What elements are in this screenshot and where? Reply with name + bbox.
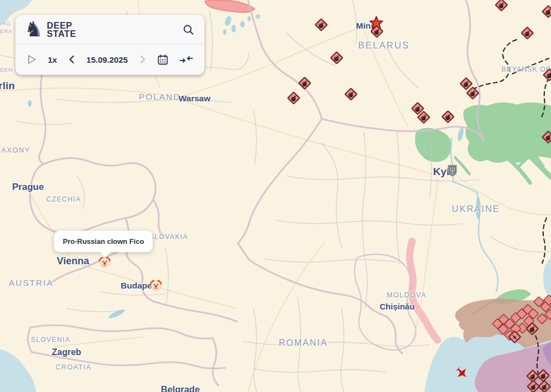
bomb-icon xyxy=(498,2,505,8)
bomb-icon xyxy=(348,91,354,97)
clown-marker[interactable] xyxy=(99,256,111,269)
bomb-icon xyxy=(318,21,325,28)
kyiv-trident-marker[interactable] xyxy=(447,165,458,177)
clown-marker[interactable] xyxy=(150,279,163,292)
bomb-icon xyxy=(529,325,536,332)
play-icon xyxy=(27,54,37,65)
collapse-arrows-icon xyxy=(180,55,193,64)
bomb-icon xyxy=(420,114,427,121)
chevron-left-icon xyxy=(68,55,75,64)
clown-icon xyxy=(99,256,111,269)
soviet-star-icon xyxy=(369,16,384,31)
timeline-controls: 1x 15.09.2025 xyxy=(15,43,204,75)
bomb-icon xyxy=(530,383,537,390)
bomb-icon xyxy=(463,80,469,87)
clown-icon xyxy=(150,279,163,292)
prev-day-button[interactable] xyxy=(68,55,75,64)
victory-star-marker[interactable] xyxy=(369,16,384,31)
brand-row: ♞ DEEP STATE xyxy=(15,15,204,43)
search-button[interactable] xyxy=(182,24,195,36)
playback-speed[interactable]: 1x xyxy=(48,56,57,64)
bomb-icon xyxy=(545,8,551,15)
bomb-icon xyxy=(524,30,531,36)
play-button[interactable] xyxy=(27,54,37,65)
brand-title: DEEP STATE xyxy=(47,21,76,38)
downed-plane-marker[interactable] xyxy=(453,364,470,381)
no-aviation-icon xyxy=(511,334,518,340)
map-app: POLANDBELARUSUKRAINEROMANIAAUSTRIACZECHI… xyxy=(0,0,551,392)
marker-tooltip: Pro-Russian clown Fico xyxy=(54,231,153,252)
bomb-icon xyxy=(540,372,547,379)
ukraine-trident-icon xyxy=(447,165,458,177)
downed-plane-icon xyxy=(453,364,470,381)
bomb-icon xyxy=(545,134,551,140)
bomb-icon xyxy=(546,72,551,78)
bomb-icon xyxy=(333,55,340,61)
search-icon xyxy=(182,24,195,36)
collapse-timeline-button[interactable] xyxy=(180,55,193,64)
bomb-icon xyxy=(541,383,548,390)
current-date[interactable]: 15.09.2025 xyxy=(87,56,128,64)
bomb-icon xyxy=(530,373,536,379)
tooltip-text: Pro-Russian clown Fico xyxy=(63,237,144,246)
calendar-icon xyxy=(157,54,169,66)
header-panel: ♞ DEEP STATE 1x xyxy=(15,15,204,75)
chevron-right-icon xyxy=(139,55,147,64)
calendar-button[interactable] xyxy=(157,54,169,66)
bomb-icon xyxy=(469,90,476,96)
bomb-icon xyxy=(290,95,297,101)
bomb-icon xyxy=(301,80,308,86)
next-day-button[interactable] xyxy=(139,55,147,64)
bomb-icon xyxy=(414,105,421,112)
knight-logo-icon: ♞ xyxy=(24,20,43,39)
bomb-icon xyxy=(445,113,451,120)
